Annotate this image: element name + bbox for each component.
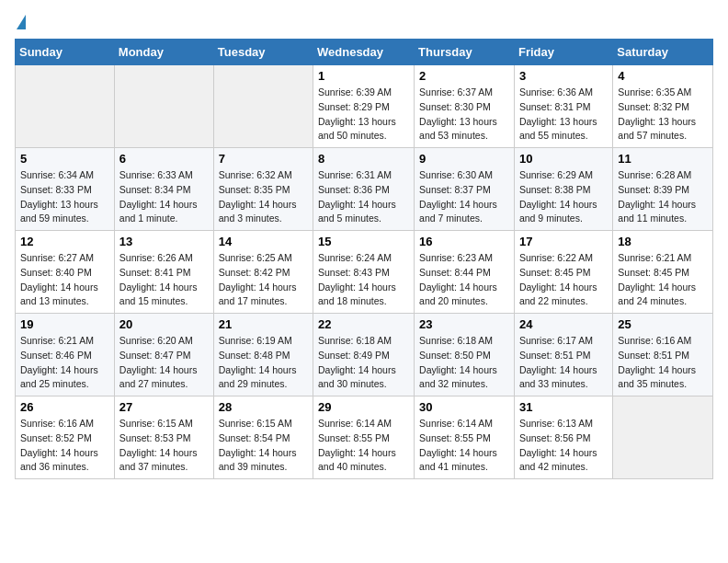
day-number: 22: [318, 317, 409, 331]
day-number: 18: [618, 235, 708, 248]
calendar-day-cell: 7Sunrise: 6:32 AMSunset: 8:35 PMDaylight…: [213, 148, 313, 231]
day-number: 29: [318, 400, 409, 414]
day-info: Sunrise: 6:20 AMSunset: 8:47 PMDaylight:…: [119, 334, 209, 392]
day-info: Sunrise: 6:16 AMSunset: 8:51 PMDaylight:…: [618, 334, 708, 392]
calendar-week-row: 26Sunrise: 6:16 AMSunset: 8:52 PMDayligh…: [16, 396, 713, 479]
day-info: Sunrise: 6:24 AMSunset: 8:43 PMDaylight:…: [318, 251, 409, 309]
day-number: 5: [20, 152, 109, 166]
calendar-day-cell: 5Sunrise: 6:34 AMSunset: 8:33 PMDaylight…: [16, 148, 115, 231]
day-number: 20: [119, 317, 209, 331]
day-info: Sunrise: 6:21 AMSunset: 8:45 PMDaylight:…: [618, 251, 708, 309]
day-info: Sunrise: 6:18 AMSunset: 8:50 PMDaylight:…: [419, 334, 509, 392]
calendar-day-cell: 11Sunrise: 6:28 AMSunset: 8:39 PMDayligh…: [613, 148, 713, 231]
day-info: Sunrise: 6:31 AMSunset: 8:36 PMDaylight:…: [318, 168, 409, 226]
calendar-day-cell: 19Sunrise: 6:21 AMSunset: 8:46 PMDayligh…: [16, 314, 115, 396]
day-number: 25: [618, 317, 708, 331]
calendar-week-row: 1Sunrise: 6:39 AMSunset: 8:29 PMDaylight…: [16, 65, 713, 148]
calendar-day-cell: 28Sunrise: 6:15 AMSunset: 8:54 PMDayligh…: [213, 396, 313, 479]
day-number: 12: [20, 235, 109, 248]
day-info: Sunrise: 6:27 AMSunset: 8:40 PMDaylight:…: [20, 251, 109, 309]
calendar-week-row: 5Sunrise: 6:34 AMSunset: 8:33 PMDaylight…: [16, 148, 713, 231]
calendar-day-cell: 6Sunrise: 6:33 AMSunset: 8:34 PMDaylight…: [114, 148, 213, 231]
calendar-day-cell: 13Sunrise: 6:26 AMSunset: 8:41 PMDayligh…: [114, 231, 213, 314]
day-number: 8: [318, 152, 409, 166]
calendar-day-cell: 20Sunrise: 6:20 AMSunset: 8:47 PMDayligh…: [114, 314, 213, 396]
calendar-day-cell: 31Sunrise: 6:13 AMSunset: 8:56 PMDayligh…: [514, 396, 612, 479]
calendar-day-cell: [114, 65, 213, 148]
day-number: 30: [419, 400, 509, 414]
weekday-header-tuesday: Tuesday: [213, 40, 313, 65]
day-info: Sunrise: 6:14 AMSunset: 8:55 PMDaylight:…: [318, 417, 409, 475]
day-info: Sunrise: 6:18 AMSunset: 8:49 PMDaylight:…: [318, 334, 409, 392]
day-info: Sunrise: 6:28 AMSunset: 8:39 PMDaylight:…: [618, 168, 708, 226]
day-number: 14: [219, 235, 308, 248]
day-info: Sunrise: 6:33 AMSunset: 8:34 PMDaylight:…: [119, 168, 209, 226]
logo: [15, 15, 26, 29]
weekday-header-monday: Monday: [114, 40, 213, 65]
day-number: 13: [119, 235, 209, 248]
calendar-day-cell: 12Sunrise: 6:27 AMSunset: 8:40 PMDayligh…: [16, 231, 115, 314]
day-number: 23: [419, 317, 509, 331]
calendar-day-cell: 27Sunrise: 6:15 AMSunset: 8:53 PMDayligh…: [114, 396, 213, 479]
weekday-header-row: SundayMondayTuesdayWednesdayThursdayFrid…: [16, 40, 713, 65]
day-info: Sunrise: 6:29 AMSunset: 8:38 PMDaylight:…: [519, 168, 608, 226]
calendar-day-cell: [613, 396, 713, 479]
day-info: Sunrise: 6:19 AMSunset: 8:48 PMDaylight:…: [219, 334, 308, 392]
calendar-day-cell: 29Sunrise: 6:14 AMSunset: 8:55 PMDayligh…: [313, 396, 415, 479]
calendar-day-cell: 18Sunrise: 6:21 AMSunset: 8:45 PMDayligh…: [613, 231, 713, 314]
weekday-header-sunday: Sunday: [16, 40, 115, 65]
day-number: 17: [519, 235, 608, 248]
day-number: 16: [419, 235, 509, 248]
logo-triangle-icon: [17, 15, 26, 29]
calendar-day-cell: 16Sunrise: 6:23 AMSunset: 8:44 PMDayligh…: [415, 231, 515, 314]
day-number: 10: [519, 152, 608, 166]
calendar-day-cell: [213, 65, 313, 148]
day-info: Sunrise: 6:36 AMSunset: 8:31 PMDaylight:…: [519, 86, 608, 144]
day-info: Sunrise: 6:23 AMSunset: 8:44 PMDaylight:…: [419, 251, 509, 309]
calendar-day-cell: [16, 65, 115, 148]
day-info: Sunrise: 6:22 AMSunset: 8:45 PMDaylight:…: [519, 251, 608, 309]
calendar-week-row: 12Sunrise: 6:27 AMSunset: 8:40 PMDayligh…: [16, 231, 713, 314]
day-number: 21: [219, 317, 308, 331]
calendar-day-cell: 17Sunrise: 6:22 AMSunset: 8:45 PMDayligh…: [514, 231, 612, 314]
calendar-table: SundayMondayTuesdayWednesdayThursdayFrid…: [15, 39, 713, 479]
day-info: Sunrise: 6:17 AMSunset: 8:51 PMDaylight:…: [519, 334, 608, 392]
day-number: 27: [119, 400, 209, 414]
day-info: Sunrise: 6:21 AMSunset: 8:46 PMDaylight:…: [20, 334, 109, 392]
calendar-day-cell: 15Sunrise: 6:24 AMSunset: 8:43 PMDayligh…: [313, 231, 415, 314]
day-info: Sunrise: 6:15 AMSunset: 8:53 PMDaylight:…: [119, 417, 209, 475]
calendar-day-cell: 25Sunrise: 6:16 AMSunset: 8:51 PMDayligh…: [613, 314, 713, 396]
day-number: 6: [119, 152, 209, 166]
day-info: Sunrise: 6:14 AMSunset: 8:55 PMDaylight:…: [419, 417, 509, 475]
calendar-day-cell: 21Sunrise: 6:19 AMSunset: 8:48 PMDayligh…: [213, 314, 313, 396]
calendar-day-cell: 14Sunrise: 6:25 AMSunset: 8:42 PMDayligh…: [213, 231, 313, 314]
day-info: Sunrise: 6:25 AMSunset: 8:42 PMDaylight:…: [219, 251, 308, 309]
weekday-header-wednesday: Wednesday: [313, 40, 415, 65]
calendar-day-cell: 4Sunrise: 6:35 AMSunset: 8:32 PMDaylight…: [613, 65, 713, 148]
day-info: Sunrise: 6:32 AMSunset: 8:35 PMDaylight:…: [219, 168, 308, 226]
day-number: 31: [519, 400, 608, 414]
calendar-day-cell: 2Sunrise: 6:37 AMSunset: 8:30 PMDaylight…: [415, 65, 515, 148]
day-number: 3: [519, 69, 608, 83]
day-info: Sunrise: 6:13 AMSunset: 8:56 PMDaylight:…: [519, 417, 608, 475]
calendar-day-cell: 24Sunrise: 6:17 AMSunset: 8:51 PMDayligh…: [514, 314, 612, 396]
weekday-header-saturday: Saturday: [613, 40, 713, 65]
day-number: 7: [219, 152, 308, 166]
calendar-day-cell: 30Sunrise: 6:14 AMSunset: 8:55 PMDayligh…: [415, 396, 515, 479]
day-number: 9: [419, 152, 509, 166]
calendar-day-cell: 1Sunrise: 6:39 AMSunset: 8:29 PMDaylight…: [313, 65, 415, 148]
day-number: 11: [618, 152, 708, 166]
day-info: Sunrise: 6:15 AMSunset: 8:54 PMDaylight:…: [219, 417, 308, 475]
weekday-header-friday: Friday: [514, 40, 612, 65]
day-number: 24: [519, 317, 608, 331]
page-header: [15, 15, 713, 29]
day-number: 2: [419, 69, 509, 83]
day-number: 26: [20, 400, 109, 414]
calendar-day-cell: 26Sunrise: 6:16 AMSunset: 8:52 PMDayligh…: [16, 396, 115, 479]
calendar-day-cell: 9Sunrise: 6:30 AMSunset: 8:37 PMDaylight…: [415, 148, 515, 231]
day-info: Sunrise: 6:35 AMSunset: 8:32 PMDaylight:…: [618, 86, 708, 144]
weekday-header-thursday: Thursday: [415, 40, 515, 65]
calendar-week-row: 19Sunrise: 6:21 AMSunset: 8:46 PMDayligh…: [16, 314, 713, 396]
day-info: Sunrise: 6:34 AMSunset: 8:33 PMDaylight:…: [20, 168, 109, 226]
day-number: 15: [318, 235, 409, 248]
